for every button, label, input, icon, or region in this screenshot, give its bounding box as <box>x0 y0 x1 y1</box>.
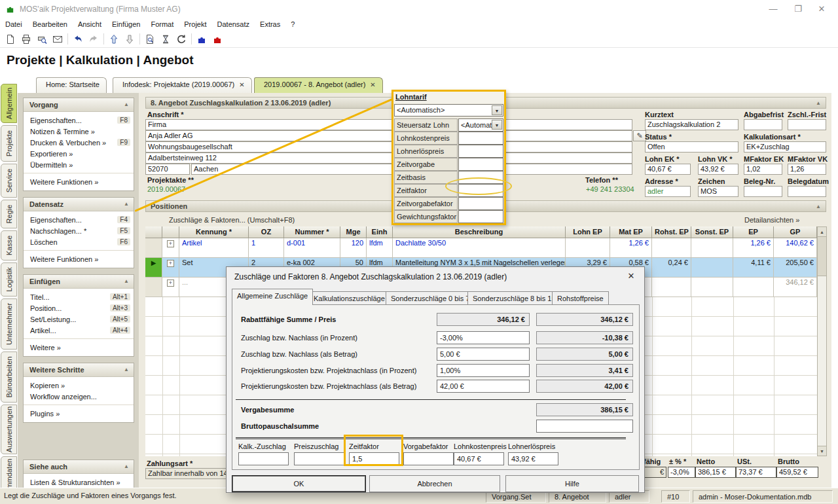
cell-sonst-ep[interactable] <box>691 238 733 258</box>
zeitvorgabefaktor-input[interactable] <box>458 197 503 210</box>
side-tab-bueroarbeiten[interactable]: Büroarbeiten <box>1 351 17 403</box>
steuersatz-lohn-select[interactable]: <Automat▼ <box>458 118 503 132</box>
dialog-tab-sonderzuschlaege-0-7[interactable]: Sonderzuschläge 0 bis 7 <box>386 291 475 305</box>
lohnerloespreis-input[interactable]: 43,92 € <box>508 452 558 465</box>
header-mge[interactable]: Mge <box>340 226 367 238</box>
menu-format[interactable]: Format <box>145 18 179 30</box>
gewichtungsfaktor-input[interactable] <box>458 210 503 223</box>
scroll-down-icon[interactable]: ▼ <box>818 446 826 456</box>
plugin-red-icon[interactable] <box>210 32 225 46</box>
hourglass-icon[interactable] <box>158 32 173 46</box>
side-tab-service[interactable]: Service <box>1 164 17 198</box>
new-document-icon[interactable] <box>3 32 18 46</box>
header-sonst-ep[interactable]: Sonst. EP <box>691 226 733 238</box>
collapse-icon[interactable]: ▲ <box>816 204 821 209</box>
page-preview-icon[interactable] <box>142 32 158 46</box>
cell-mat-ep[interactable]: 1,26 € <box>610 238 652 258</box>
collapse-icon[interactable]: ▲ <box>124 367 129 372</box>
menu-hilfe[interactable]: ? <box>285 18 300 30</box>
sidebar-item-weitere-funktionen[interactable]: Weitere Funktionen » <box>24 253 134 264</box>
sidebar-item-nachschlagen[interactable]: Nachschlagen... *F5 <box>24 225 134 236</box>
cell-rohst-ep[interactable] <box>652 238 691 258</box>
dialog-tab-allgemeine-zuschlaege[interactable]: Allgemeine Zuschläge <box>232 289 313 305</box>
menu-datei[interactable]: Datei <box>0 18 27 30</box>
panel-vorgang-header[interactable]: Vorgang▲ <box>24 98 134 112</box>
sidebar-item-eigenschaften-vorgang[interactable]: Eigenschaften...F8 <box>24 115 134 126</box>
move-up-icon[interactable] <box>106 32 122 46</box>
cell-rohst-ep[interactable] <box>652 278 691 297</box>
lohntarif-select[interactable]: <Automatisch>▼ <box>394 104 503 117</box>
zuschlag-prozent-input[interactable]: -3,00% <box>437 331 530 344</box>
sidebar-item-artikel[interactable]: Artikel...Alt+4 <box>24 325 134 336</box>
close-icon[interactable]: ✕ <box>625 271 638 283</box>
anschrift-line1-input[interactable]: Firma <box>145 119 632 130</box>
status-input[interactable]: Offen <box>645 141 738 153</box>
plugin-blue-icon[interactable] <box>194 32 210 46</box>
zschl-frist-input[interactable] <box>788 119 826 130</box>
lohnkostenpreis-input[interactable] <box>458 132 503 145</box>
tab-home[interactable]: Home: Startseite <box>36 77 107 93</box>
scroll-up-icon[interactable]: ▲ <box>818 227 826 237</box>
sidebar-item-kopieren[interactable]: Kopieren » <box>24 380 134 391</box>
print-icon[interactable] <box>18 32 34 46</box>
sidebar-item-uebermitteln[interactable]: Übermitteln » <box>24 159 134 170</box>
cell-kennung[interactable]: Artikel <box>179 238 249 258</box>
menu-extras[interactable]: Extras <box>255 18 285 30</box>
beleg-nr-input[interactable] <box>744 186 782 197</box>
lohn-ek-input[interactable]: 40,67 € <box>645 164 691 175</box>
cancel-button[interactable]: Abbrechen <box>369 475 500 492</box>
plz-input[interactable]: 52070 <box>145 164 190 175</box>
move-down-icon[interactable] <box>122 32 137 46</box>
header-mat-ep[interactable]: Mat EP <box>610 226 652 238</box>
detailansichten-link[interactable]: Detailansichten » <box>744 216 799 224</box>
dialog-tab-rohstoffpreise[interactable]: Rohstoffpreise <box>552 291 609 305</box>
sidebar-item-exportieren[interactable]: Exportieren » <box>24 148 134 159</box>
email-icon[interactable] <box>50 32 65 46</box>
sidebar-item-loeschen[interactable]: LöschenF6 <box>24 236 134 247</box>
sidebar-item-weitere-funktionen[interactable]: Weitere Funktionen » <box>24 176 134 187</box>
sidebar-item-set-leistung[interactable]: Set/Leistung...Alt+5 <box>24 314 134 325</box>
header-nummer[interactable]: Nummer * <box>284 226 340 238</box>
side-tab-projekte[interactable]: Projekte <box>1 125 17 162</box>
tab-infodesk[interactable]: Infodesk: Projektakte (2019.00067)✕ <box>113 77 252 93</box>
undo-icon[interactable] <box>70 32 86 46</box>
collapse-icon[interactable]: ▲ <box>124 278 129 284</box>
restore-icon[interactable]: ❐ <box>787 3 809 16</box>
side-tab-auswertungen[interactable]: Auswertungen <box>1 405 17 454</box>
cell-gp[interactable]: 205,50 € <box>774 258 817 278</box>
expander-cell[interactable]: + <box>162 278 179 297</box>
close-tab-icon[interactable]: ✕ <box>239 81 244 88</box>
cell-rohst-ep[interactable]: 0,24 € <box>652 258 691 278</box>
vorgabefaktor-input[interactable] <box>403 452 454 465</box>
sidebar-item-workflow[interactable]: Workflow anzeigen... <box>24 391 134 402</box>
sidebar-item-notizen-termine[interactable]: Notizen & Termine » <box>24 126 134 137</box>
cell-einh[interactable]: lfdm <box>367 238 393 258</box>
cell-ep[interactable]: 4,11 € <box>733 258 774 278</box>
collapse-icon[interactable]: ▲ <box>124 101 129 107</box>
header-gp[interactable]: GP <box>774 226 817 238</box>
expander-cell[interactable]: + <box>162 238 179 258</box>
sidebar-item-titel[interactable]: Titel...Alt+1 <box>24 291 134 302</box>
cell-ep[interactable] <box>733 278 774 297</box>
redo-icon[interactable] <box>86 32 101 46</box>
sidebar-item-listen-strukturansichten[interactable]: Listen & Strukturansichten » <box>24 477 134 488</box>
zeitvorgabe-input[interactable] <box>458 158 503 171</box>
side-tab-kasse[interactable]: Kasse <box>1 230 17 261</box>
ok-button[interactable]: OK <box>232 475 366 492</box>
side-tab-unternehmer[interactable]: Unternehmer <box>1 298 17 350</box>
kalk-zuschlag-input[interactable] <box>238 452 289 465</box>
cell-ep[interactable]: 1,26 € <box>733 238 774 258</box>
sidebar-item-plugins[interactable]: Plugins » <box>24 408 134 419</box>
header-ep[interactable]: EP <box>733 226 774 238</box>
side-tab-regie[interactable]: Regie <box>1 200 17 228</box>
projektierungskosten-prozent-input[interactable]: 1,00% <box>437 364 530 377</box>
zuschlag-betrag-input[interactable]: 5,00 € <box>437 348 530 361</box>
belegdatum-input[interactable] <box>788 186 826 197</box>
sidebar-item-eigenschaften-datensatz[interactable]: Eigenschaften...F4 <box>24 214 134 225</box>
collapse-icon[interactable]: ▲ <box>124 463 129 469</box>
cell-beschreibung[interactable]: Dachlatte 30/50 <box>393 238 566 258</box>
close-icon[interactable]: ✕ <box>811 3 833 16</box>
menu-projekt[interactable]: Projekt <box>179 18 211 30</box>
bruttopauschalsumme-input[interactable] <box>536 420 633 433</box>
menu-ansicht[interactable]: Ansicht <box>73 18 107 30</box>
